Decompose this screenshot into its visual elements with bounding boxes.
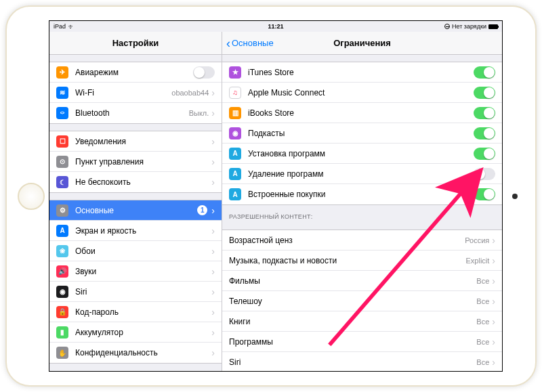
sidebar-scroll[interactable]: ✈Авиарежим≋Wi-Fiobaobab44›⌔BluetoothВыкл… xyxy=(49,55,222,371)
apple-music-toggle[interactable] xyxy=(474,87,495,99)
sidebar-item-siri[interactable]: ◉Siri› xyxy=(49,282,222,302)
apps-value: Все xyxy=(476,338,489,346)
device-name: iPad xyxy=(54,23,66,30)
detail-row-books[interactable]: КнигиВсе› xyxy=(222,311,502,332)
detail-scroll[interactable]: ★iTunes Store♫Apple Music Connect▥iBooks… xyxy=(222,55,502,371)
books-label: Книги xyxy=(229,317,476,326)
screen: iPad ᯤ 11:21 Нет зарядки Настройки ✈Авиа… xyxy=(49,20,503,372)
chevron-right-icon: › xyxy=(492,235,495,246)
ratings-for-value: Россия xyxy=(465,236,489,244)
detail-row-delete-apps[interactable]: AУдаление программ xyxy=(222,164,502,184)
books-value: Все xyxy=(476,318,489,326)
back-button[interactable]: ‹ Основные xyxy=(222,37,274,49)
detail-row-ratings-for[interactable]: Возрастной цензРоссия› xyxy=(222,230,502,251)
install-apps-label: Установка программ xyxy=(248,149,474,158)
detail-row-music[interactable]: Музыка, подкасты и новостиExplicit› xyxy=(222,251,502,271)
detail-row-apps[interactable]: ПрограммыВсе› xyxy=(222,332,502,352)
tv-value: Все xyxy=(476,297,489,305)
display-label: Экран и яркость xyxy=(75,226,211,236)
chevron-right-icon: › xyxy=(492,336,495,347)
detail-row-ibooks[interactable]: ▥iBooks Store xyxy=(222,103,502,123)
podcasts-toggle[interactable] xyxy=(474,127,495,139)
detail-row-movies[interactable]: ФильмыВсе› xyxy=(222,271,502,291)
chevron-right-icon: › xyxy=(211,205,215,216)
apps-label: Программы xyxy=(229,337,476,347)
home-button[interactable] xyxy=(18,183,45,210)
detail-row-itunes-store[interactable]: ★iTunes Store xyxy=(222,62,502,83)
install-apps-toggle[interactable] xyxy=(474,148,495,160)
airplane-label: Авиарежим xyxy=(75,68,193,77)
itunes-store-toggle[interactable] xyxy=(474,66,495,79)
chevron-right-icon: › xyxy=(492,357,495,368)
in-app-toggle[interactable] xyxy=(474,188,495,200)
sidebar-item-dnd[interactable]: ☾Не беспокоить› xyxy=(49,172,222,192)
status-time: 11:21 xyxy=(200,23,351,30)
itunes-store-icon: ★ xyxy=(229,66,241,79)
chevron-right-icon: › xyxy=(492,276,495,286)
settings-sidebar: Настройки ✈Авиарежим≋Wi-Fiobaobab44›⌔Blu… xyxy=(49,32,222,371)
sidebar-item-control-center[interactable]: ⊙Пункт управления› xyxy=(49,152,222,172)
chevron-right-icon: › xyxy=(211,87,215,98)
wifi-value: obaobab44 xyxy=(171,89,209,97)
sidebar-item-sounds[interactable]: 🔊Звуки› xyxy=(49,261,222,282)
wallpaper-label: Обои xyxy=(75,246,211,256)
siri-icon: ◉ xyxy=(56,286,68,298)
tv-label: Телешоу xyxy=(229,297,476,306)
detail-row-apple-music[interactable]: ♫Apple Music Connect xyxy=(222,83,502,103)
airplane-toggle[interactable] xyxy=(193,66,215,79)
sidebar-item-battery[interactable]: ▮Аккумулятор› xyxy=(49,322,222,343)
apple-music-label: Apple Music Connect xyxy=(248,88,474,97)
bluetooth-label: Bluetooth xyxy=(75,108,189,118)
privacy-icon: ✋ xyxy=(56,347,68,359)
movies-value: Все xyxy=(476,277,489,285)
privacy-label: Конфиденциальность xyxy=(75,348,211,357)
general-badge: 1 xyxy=(197,205,207,215)
ibooks-label: iBooks Store xyxy=(248,108,474,118)
sidebar-item-wallpaper[interactable]: ❀Обои› xyxy=(49,241,222,261)
detail-row-tv[interactable]: ТелешоуВсе› xyxy=(222,291,502,311)
delete-apps-label: Удаление программ xyxy=(248,169,474,179)
delete-apps-toggle[interactable] xyxy=(474,168,495,180)
in-app-icon: A xyxy=(229,188,241,200)
group-header: РАЗРЕШЕННЫЙ КОНТЕНТ: xyxy=(222,205,502,223)
sidebar-item-general[interactable]: ⚙Основные1› xyxy=(49,200,222,221)
notifications-icon: ☐ xyxy=(56,135,68,148)
chevron-right-icon: › xyxy=(211,177,215,188)
sidebar-title: Настройки xyxy=(49,32,222,55)
chevron-right-icon: › xyxy=(492,316,495,327)
sidebar-item-airplane[interactable]: ✈Авиарежим xyxy=(49,62,222,83)
siri-content-label: Siri xyxy=(229,357,476,367)
detail-row-in-app[interactable]: AВстроенные покупки xyxy=(222,184,502,204)
notifications-label: Уведомления xyxy=(75,137,211,146)
install-apps-icon: A xyxy=(229,148,241,160)
general-label: Основные xyxy=(75,206,197,215)
control-center-icon: ⊙ xyxy=(56,156,68,168)
general-icon: ⚙ xyxy=(56,204,68,217)
chevron-right-icon: › xyxy=(211,327,215,338)
ibooks-toggle[interactable] xyxy=(474,107,495,119)
detail-row-siri-content[interactable]: SiriВсе› xyxy=(222,352,502,371)
ratings-for-label: Возрастной ценз xyxy=(229,236,465,245)
control-center-label: Пункт управления xyxy=(75,157,211,167)
in-app-label: Встроенные покупки xyxy=(248,190,474,199)
wallpaper-icon: ❀ xyxy=(56,245,68,257)
sidebar-item-passcode[interactable]: 🔒Код-пароль› xyxy=(49,302,222,322)
itunes-store-label: iTunes Store xyxy=(248,68,474,77)
display-icon: A xyxy=(56,225,68,237)
sidebar-item-bluetooth[interactable]: ⌔BluetoothВыкл.› xyxy=(49,103,222,123)
sidebar-item-display[interactable]: AЭкран и яркость› xyxy=(49,221,222,241)
sidebar-item-notifications[interactable]: ☐Уведомления› xyxy=(49,131,222,152)
sidebar-item-privacy[interactable]: ✋Конфиденциальность› xyxy=(49,343,222,363)
chevron-right-icon: › xyxy=(211,156,215,167)
chevron-left-icon: ‹ xyxy=(226,37,230,49)
ipad-frame: iPad ᯤ 11:21 Нет зарядки Настройки ✈Авиа… xyxy=(5,5,537,387)
front-camera xyxy=(512,194,518,199)
dnd-label: Не беспокоить xyxy=(75,177,211,187)
battery-label: Аккумулятор xyxy=(75,328,211,337)
chevron-right-icon: › xyxy=(492,255,495,266)
siri-label: Siri xyxy=(75,287,211,297)
sounds-icon: 🔊 xyxy=(56,265,68,278)
sidebar-item-wifi[interactable]: ≋Wi-Fiobaobab44› xyxy=(49,83,222,103)
detail-row-podcasts[interactable]: ◉Подкасты xyxy=(222,123,502,144)
detail-row-install-apps[interactable]: AУстановка программ xyxy=(222,144,502,164)
